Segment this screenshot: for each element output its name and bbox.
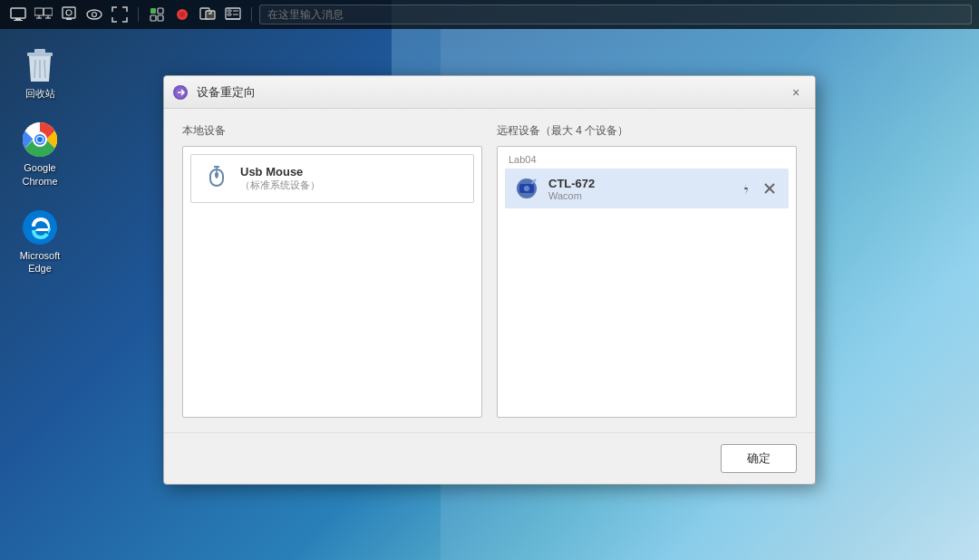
local-section-label: 本地设备 <box>182 123 482 139</box>
usb-mouse-item[interactable]: Usb Mouse （标准系统设备） <box>190 154 474 203</box>
dialog-footer: 确定 <box>164 432 815 484</box>
dialog-title-text: 设备重定向 <box>197 84 777 101</box>
ctl672-power-button[interactable] <box>736 179 756 198</box>
ctl672-name: CTL-672 <box>548 177 727 190</box>
remote-section-label: 远程设备（最大 4 个设备） <box>497 123 797 139</box>
ctl672-remove-button[interactable] <box>760 179 780 198</box>
ok-button[interactable]: 确定 <box>721 444 797 473</box>
dialog-titlebar: 设备重定向 × <box>164 76 815 109</box>
device-redirect-dialog: 设备重定向 × 本地设备 <box>163 75 816 485</box>
wacom-device-icon <box>514 176 539 201</box>
svg-point-50 <box>534 179 537 182</box>
dialog-content-area: 本地设备 <box>164 109 815 432</box>
ctl672-sub: Wacom <box>548 190 727 201</box>
ctl672-item[interactable]: CTL-672 Wacom <box>505 169 789 208</box>
remote-device-list: Lab04 <box>497 146 797 418</box>
usb-mouse-info: Usb Mouse （标准系统设备） <box>240 165 462 192</box>
local-device-list: Usb Mouse （标准系统设备） <box>182 146 482 418</box>
svg-point-48 <box>524 186 529 191</box>
remote-group-label: Lab04 <box>501 150 792 167</box>
usb-mouse-sub: （标准系统设备） <box>240 179 462 192</box>
dialog-title-icon <box>171 83 189 101</box>
remote-devices-panel: 远程设备（最大 4 个设备） Lab04 <box>497 123 797 418</box>
dialog-close-button[interactable]: × <box>784 82 808 102</box>
ctl672-actions <box>736 179 780 198</box>
desktop: 回收站 Google Chrome <box>0 0 979 560</box>
ctl672-info: CTL-672 Wacom <box>548 177 727 201</box>
dialog-overlay: 设备重定向 × 本地设备 <box>0 0 979 560</box>
svg-rect-45 <box>214 166 219 168</box>
usb-mouse-icon <box>202 164 231 193</box>
local-devices-panel: 本地设备 <box>182 123 482 418</box>
usb-mouse-name: Usb Mouse <box>240 165 462 179</box>
